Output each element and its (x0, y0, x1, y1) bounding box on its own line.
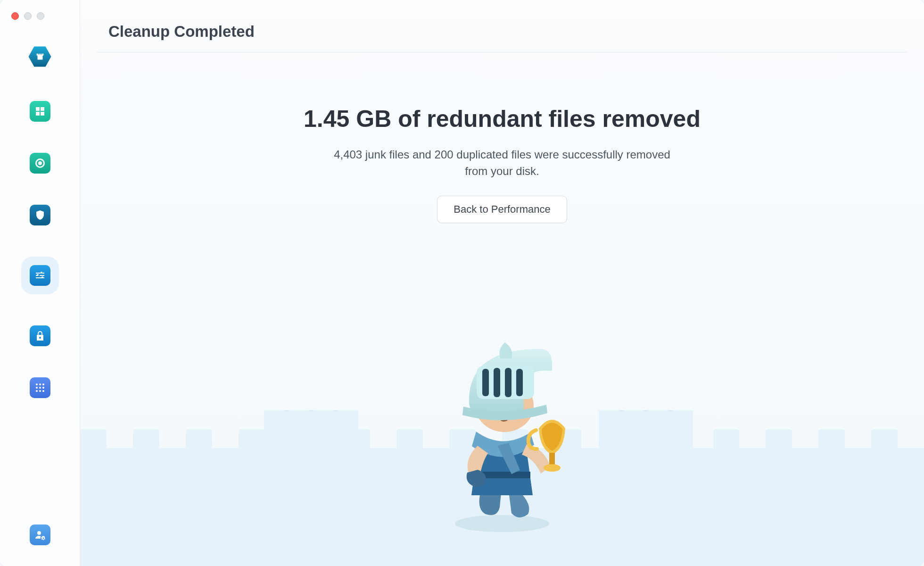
svg-rect-15 (482, 369, 489, 396)
back-to-performance-button[interactable]: Back to Performance (437, 196, 567, 223)
svg-rect-11 (549, 453, 555, 465)
shield-icon (34, 209, 46, 221)
page-title: Cleanup Completed (108, 23, 896, 41)
svg-point-9 (455, 515, 549, 532)
sidebar-item-apps[interactable] (30, 377, 50, 398)
sidebar (0, 0, 80, 566)
svg-point-0 (36, 383, 38, 385)
sidebar-footer (30, 524, 50, 545)
sidebar-item-protection[interactable] (30, 205, 50, 225)
header: Cleanup Completed (80, 0, 924, 52)
svg-rect-17 (505, 368, 512, 397)
castle-icon (29, 45, 51, 68)
svg-rect-18 (516, 369, 523, 396)
window-controls (0, 8, 44, 20)
svg-point-5 (42, 387, 44, 389)
minimize-window-button[interactable] (24, 12, 32, 20)
user-gear-icon (34, 529, 46, 541)
svg-rect-16 (494, 368, 500, 397)
sidebar-item-account[interactable] (30, 524, 50, 545)
sidebar-item-performance[interactable] (30, 265, 50, 286)
result-subline: 4,403 junk files and 200 duplicated file… (323, 147, 681, 180)
zoom-window-button[interactable] (37, 12, 44, 20)
svg-point-3 (36, 387, 38, 389)
svg-point-4 (39, 387, 41, 389)
sidebar-item-dashboard[interactable] (30, 101, 50, 122)
result-headline: 1.45 GB of redundant files removed (304, 105, 701, 133)
svg-point-1 (39, 383, 41, 385)
sidebar-item-scan[interactable] (30, 153, 50, 174)
sidebar-item-privacy[interactable] (30, 325, 50, 346)
result-panel: 1.45 GB of redundant files removed 4,403… (80, 52, 924, 566)
svg-point-8 (42, 390, 44, 392)
svg-point-12 (544, 464, 561, 472)
svg-rect-10 (478, 472, 530, 478)
app-window: Cleanup Completed 1.45 GB of redundant f… (0, 0, 924, 566)
sidebar-nav (21, 45, 59, 524)
main-content: Cleanup Completed 1.45 GB of redundant f… (80, 0, 924, 566)
svg-point-7 (39, 390, 41, 392)
svg-point-2 (42, 383, 44, 385)
target-icon (34, 158, 46, 169)
lock-icon (34, 330, 46, 341)
sidebar-item-performance-active (21, 257, 59, 294)
apps-grid-icon (34, 382, 46, 393)
grid-icon (34, 106, 46, 117)
sliders-icon (34, 270, 46, 281)
sidebar-item-logo[interactable] (29, 45, 51, 70)
svg-point-6 (36, 390, 38, 392)
knight-illustration (427, 325, 578, 533)
close-window-button[interactable] (11, 12, 19, 20)
